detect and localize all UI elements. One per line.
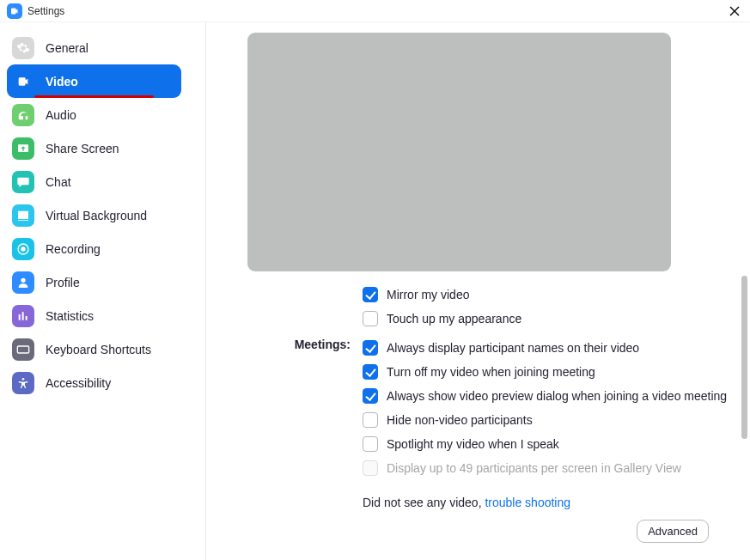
option-meetings-0[interactable]: Always display participant names on thei…	[363, 336, 727, 360]
option-meetings-5: Display up to 49 participants per screen…	[363, 456, 727, 480]
option-touch-up-appearance[interactable]: Touch up my appearance	[363, 307, 521, 331]
sidebar-item-statistics[interactable]: Statistics	[0, 299, 205, 332]
sidebar-item-chat[interactable]: Chat	[0, 165, 205, 198]
option-meetings-1[interactable]: Turn off my video when joining meeting	[363, 360, 727, 384]
sidebar-item-video[interactable]: Video	[7, 64, 181, 98]
sidebar-item-label: Chat	[46, 175, 71, 189]
sidebar-item-general[interactable]: General	[0, 31, 205, 64]
sidebar-item-label: Profile	[46, 276, 80, 289]
checkbox-icon	[363, 364, 378, 380]
sidebar-item-label: Virtual Background	[46, 209, 147, 222]
svg-point-4	[22, 378, 25, 380]
troubleshooting-link[interactable]: trouble shooting	[485, 496, 570, 509]
sidebar-item-accessibility[interactable]: Accessibility	[0, 366, 205, 399]
option-meetings-4[interactable]: Spotlight my video when I speak	[363, 432, 727, 456]
sidebar-item-label: General	[46, 41, 88, 55]
option-label: Display up to 49 participants per screen…	[387, 461, 681, 475]
sidebar-item-label: Keyboard Shortcuts	[46, 343, 151, 356]
sidebar-item-label: Recording	[46, 242, 101, 256]
settings-block: Mirror my video Touch up my appearance M…	[289, 283, 750, 509]
checkbox-icon	[363, 460, 378, 476]
virtualbg-icon	[12, 204, 34, 227]
profile-icon	[12, 271, 34, 294]
option-label: Spotlight my video when I speak	[387, 437, 559, 451]
share-icon	[12, 137, 34, 160]
svg-point-2	[21, 277, 25, 282]
checkbox-icon	[363, 388, 378, 404]
checkbox-icon	[363, 436, 378, 452]
sidebar-item-profile[interactable]: Profile	[0, 265, 205, 299]
window-title: Settings	[27, 5, 64, 17]
accessibility-icon	[12, 372, 34, 394]
sidebar-item-label: Statistics	[46, 309, 94, 323]
sidebar-item-label: Accessibility	[46, 376, 111, 390]
checkbox-icon	[363, 311, 378, 326]
option-meetings-3[interactable]: Hide non-video participants	[363, 408, 727, 432]
checkbox-icon	[363, 340, 378, 356]
recording-icon	[12, 238, 34, 260]
sidebar-item-share-screen[interactable]: Share Screen	[0, 131, 205, 165]
option-label: Always show video preview dialog when jo…	[387, 389, 727, 403]
sidebar-item-label: Share Screen	[46, 142, 119, 155]
option-mirror-my-video[interactable]: Mirror my video	[363, 283, 521, 307]
sidebar-item-audio[interactable]: Audio	[0, 98, 205, 131]
audio-icon	[12, 104, 34, 126]
hint-text: Did not see any video, trouble shooting	[363, 496, 570, 509]
titlebar: Settings	[0, 0, 750, 22]
sidebar-item-virtual-background[interactable]: Virtual Background	[0, 198, 205, 232]
sidebar-item-recording[interactable]: Recording	[0, 232, 205, 265]
body: GeneralVideoAudioShare ScreenChatVirtual…	[0, 22, 750, 560]
sidebar-item-label: Video	[46, 75, 78, 88]
scrollbar[interactable]	[741, 276, 747, 439]
app-icon	[7, 3, 22, 19]
chat-icon	[12, 171, 34, 193]
option-meetings-2[interactable]: Always show video preview dialog when jo…	[363, 384, 727, 408]
sidebar: GeneralVideoAudioShare ScreenChatVirtual…	[0, 22, 206, 560]
content: Mirror my video Touch up my appearance M…	[206, 22, 750, 560]
advanced-button[interactable]: Advanced	[637, 520, 709, 543]
gear-icon	[12, 37, 34, 59]
sidebar-item-keyboard-shortcuts[interactable]: Keyboard Shortcuts	[0, 332, 205, 366]
option-label: Always display participant names on thei…	[387, 341, 639, 355]
video-icon	[12, 70, 34, 93]
sidebar-item-label: Audio	[46, 108, 76, 122]
statistics-icon	[12, 305, 34, 327]
checkbox-icon	[363, 287, 378, 302]
option-label: Turn off my video when joining meeting	[387, 365, 595, 379]
video-preview	[247, 33, 671, 271]
close-icon[interactable]	[726, 3, 743, 20]
svg-rect-3	[17, 346, 28, 353]
svg-point-1	[21, 247, 25, 251]
section-label-meetings: Meetings:	[289, 336, 351, 351]
keyboard-icon	[12, 338, 34, 361]
checkbox-icon	[363, 412, 378, 428]
option-label: Hide non-video participants	[387, 413, 533, 427]
